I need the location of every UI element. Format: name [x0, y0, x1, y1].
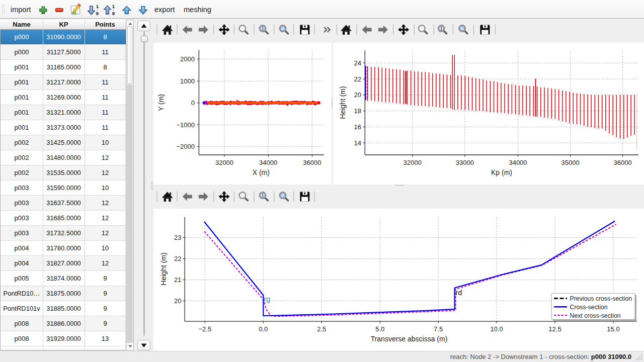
- svg-text:1: 1: [440, 26, 443, 31]
- svg-text:1: 1: [262, 26, 264, 31]
- svg-text:1: 1: [262, 193, 264, 198]
